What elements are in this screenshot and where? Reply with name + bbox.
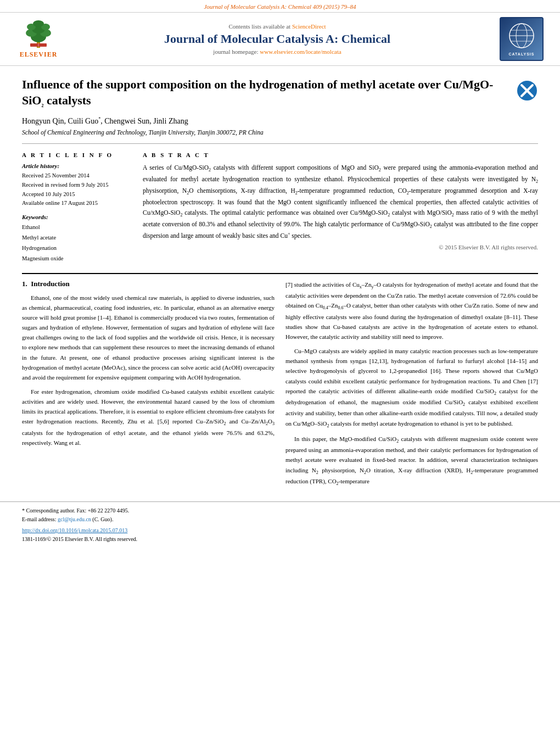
footer-area: * Corresponding author. Fax: +86 22 2270… [0,501,560,548]
catalysis-logo-container: CATALYSIS [489,17,544,61]
intro-paragraph-4: Cu–MgO catalysts are widely applied in m… [285,346,538,429]
homepage-label: journal homepage: [213,48,258,55]
main-right-col: [7] studied the activities of Cux–Zny–O … [285,280,538,492]
intro-paragraph-3: [7] studied the activities of Cux–Zny–O … [285,280,538,342]
article-history-block: Article history: Received 25 November 20… [22,163,132,208]
abstract-heading: A B S T R A C T [143,152,538,158]
homepage-link[interactable]: www.elsevier.com/locate/molcata [260,48,341,55]
author-affiliation: School of Chemical Engineering and Techn… [0,128,560,140]
svg-point-7 [33,20,44,27]
history-label: Article history: [22,163,132,169]
authors-section: Hongyun Qin, Cuili Guo*, Chengwei Sun, J… [0,114,560,128]
intro-paragraph-5: In this paper, the MgO-modified Cu/SiO2 … [285,434,538,487]
divider-1 [22,143,538,144]
journal-header: ELSEVIER Contents lists available at Sci… [0,12,560,66]
doi-line: http://dx.doi.org/10.1016/j.molcata.2015… [22,526,538,535]
sciencedirect-link[interactable]: ScienceDirect [292,23,326,30]
elsevier-logo: ELSEVIER [11,19,66,59]
article-info-abstract-section: A R T I C L E I N F O Article history: R… [0,147,560,269]
authors-text: Hongyun Qin, Cuili Guo*, Chengwei Sun, J… [22,117,188,125]
main-content-section: 1. Introduction Ethanol, one of the most… [0,274,560,498]
keyword-ethanol: Ethanol [22,222,132,233]
issn-line: 1381-1169/© 2015 Elsevier B.V. All right… [22,535,538,544]
article-info-col: A R T I C L E I N F O Article history: R… [22,152,132,264]
keyword-methyl-acetate: Methyl acetate [22,233,132,243]
email-suffix: (C. Guo). [92,516,113,522]
abstract-col: A B S T R A C T A series of Cu/MgO-SiO2 … [143,152,538,264]
corresponding-author-text: * Corresponding author. Fax: +86 22 2270… [22,507,129,514]
received-revised-date: Received in revised form 9 July 2015 [22,181,132,190]
corresponding-author-note: * Corresponding author. Fax: +86 22 2270… [22,506,538,515]
introduction-title: 1. Introduction [22,280,275,288]
journal-title-area: Contents lists available at ScienceDirec… [66,23,489,55]
intro-paragraph-1: Ethanol, one of the most widely used che… [22,293,275,382]
catalysis-logo: CATALYSIS [500,17,544,61]
copyright-line: © 2015 Elsevier B.V. All rights reserved… [143,244,538,250]
accepted-date: Accepted 10 July 2015 [22,190,132,199]
keywords-block: Keywords: Ethanol Methyl acetate Hydroge… [22,214,132,264]
catalysis-logo-icon: CATALYSIS [501,18,542,60]
sciencedirect-line: Contents lists available at ScienceDirec… [66,23,489,30]
sciencedirect-label: Contents lists available at [228,23,290,30]
elsevier-logo-container: ELSEVIER [11,19,66,59]
article-info-heading: A R T I C L E I N F O [22,152,132,158]
crossmark-icon [516,80,538,102]
journal-main-title: Journal of Molecular Catalysis A: Chemic… [66,32,489,46]
abstract-text: A series of Cu/MgO-SiO2 catalysts with d… [143,163,538,241]
available-date: Available online 17 August 2015 [22,199,132,208]
elsevier-tree-icon [19,19,58,49]
article-title-section: Influence of the support composition on … [0,66,560,114]
keywords-label: Keywords: [22,214,132,220]
journal-citation-text: Journal of Molecular Catalysis A: Chemic… [204,3,356,10]
page-wrapper: Journal of Molecular Catalysis A: Chemic… [0,0,560,742]
catalysts-word: catalysts [47,93,91,107]
main-left-col: 1. Introduction Ethanol, one of the most… [22,280,275,492]
crossmark-badge [516,80,538,102]
email-note: E-mail address: gcl@tju.edu.cn (C. Guo). [22,515,538,524]
svg-text:CATALYSIS: CATALYSIS [509,52,535,56]
journal-citation-line: Journal of Molecular Catalysis A: Chemic… [0,0,560,12]
elsevier-brand-text: ELSEVIER [20,51,58,59]
doi-link[interactable]: http://dx.doi.org/10.1016/j.molcata.2015… [22,527,127,533]
email-label: E-mail address: [22,516,56,522]
keyword-hydrogenation: Hydrogenation [22,243,132,254]
keyword-magnesium-oxide: Magnesium oxide [22,254,132,264]
intro-paragraph-2: For ester hydrogenation, chromium oxide … [22,387,275,448]
article-title: Influence of the support composition on … [22,77,516,109]
received-date: Received 25 November 2014 [22,171,132,181]
homepage-line: journal homepage: www.elsevier.com/locat… [66,48,489,55]
email-link[interactable]: gcl@tju.edu.cn [58,516,91,522]
